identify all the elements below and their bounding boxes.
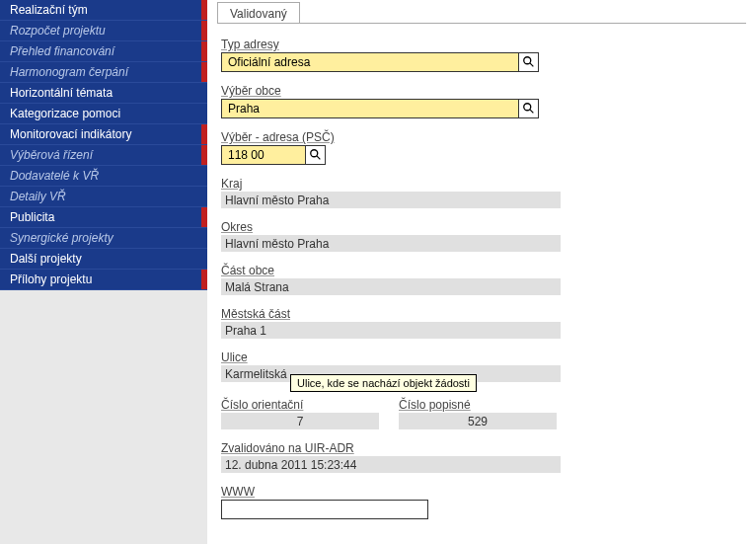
svg-line-1: [529, 63, 533, 67]
sidebar-item-8[interactable]: Dodavatelé k VŘ: [0, 166, 207, 187]
label-ulice: Ulice: [221, 350, 742, 364]
red-marker-icon: [201, 145, 207, 165]
value-mestska-cast: Praha 1: [221, 322, 561, 339]
field-vyber-obce: Výběr obce Praha: [221, 84, 742, 118]
lookup-vyber-psc[interactable]: [306, 145, 326, 165]
search-icon: [309, 148, 323, 162]
label-mestska-cast: Městská část: [221, 307, 742, 321]
sidebar-item-label: Synergické projekty: [10, 231, 113, 245]
main-panel: Validovaný Typ adresy Oficiální adresa V…: [207, 0, 756, 544]
label-vyber-psc: Výběr - adresa (PSČ): [221, 130, 742, 144]
label-cislo-orientacni: Číslo orientační: [221, 398, 379, 412]
svg-point-4: [310, 150, 317, 157]
value-cast-obce: Malá Strana: [221, 278, 561, 295]
form-area: Typ adresy Oficiální adresa Výběr obce P…: [217, 24, 746, 544]
red-marker-icon: [201, 62, 207, 82]
input-vyber-psc[interactable]: 118 00: [221, 145, 306, 165]
search-icon: [522, 102, 536, 116]
sidebar: Realizační týmRozpočet projektuPřehled f…: [0, 0, 207, 544]
label-cast-obce: Část obce: [221, 264, 742, 277]
value-zvalidovano: 12. dubna 2011 15:23:44: [221, 456, 561, 473]
sidebar-item-10[interactable]: Publicita: [0, 207, 207, 228]
red-marker-icon: [201, 0, 207, 20]
label-www: WWW: [221, 485, 742, 499]
tab-validovany[interactable]: Validovaný: [217, 2, 300, 23]
sidebar-item-6[interactable]: Monitorovací indikátory: [0, 124, 207, 145]
sidebar-item-label: Detaily VŘ: [10, 190, 66, 203]
sidebar-item-11[interactable]: Synergické projekty: [0, 228, 207, 249]
sidebar-item-label: Publicita: [10, 210, 54, 224]
search-icon: [522, 55, 536, 69]
value-cislo-orientacni: 7: [221, 413, 379, 429]
red-marker-icon: [201, 270, 207, 289]
field-cast-obce: Část obce Malá Strana: [221, 264, 742, 295]
sidebar-item-label: Rozpočet projektu: [10, 24, 106, 38]
field-mestska-cast: Městská část Praha 1: [221, 307, 742, 339]
field-okres: Okres Hlavní město Praha: [221, 220, 742, 252]
sidebar-item-label: Další projekty: [10, 252, 82, 266]
sidebar-item-label: Horizontální témata: [10, 86, 113, 100]
sidebar-item-2[interactable]: Přehled financování: [0, 41, 207, 62]
sidebar-item-13[interactable]: Přílohy projektu: [0, 270, 207, 290]
label-vyber-obce: Výběr obce: [221, 84, 742, 98]
label-zvalidovano: Zvalidováno na UIR-ADR: [221, 441, 742, 455]
field-www: WWW: [221, 485, 742, 519]
sidebar-item-label: Výběrová řízení: [10, 148, 93, 162]
label-cislo-popisne: Číslo popisné: [399, 398, 557, 412]
svg-point-2: [523, 104, 530, 111]
sidebar-item-label: Přehled financování: [10, 44, 114, 58]
sidebar-item-9[interactable]: Detaily VŘ: [0, 187, 207, 207]
field-kraj: Kraj Hlavní město Praha: [221, 177, 742, 208]
svg-line-5: [316, 156, 320, 160]
red-marker-icon: [201, 124, 207, 144]
field-typ-adresy: Typ adresy Oficiální adresa: [221, 38, 742, 72]
sidebar-item-3[interactable]: Harmonogram čerpání: [0, 62, 207, 83]
field-vyber-psc: Výběr - adresa (PSČ) 118 00: [221, 130, 742, 165]
sidebar-item-1[interactable]: Rozpočet projektu: [0, 21, 207, 41]
sidebar-item-label: Dodavatelé k VŘ: [10, 169, 99, 183]
sidebar-item-7[interactable]: Výběrová řízení: [0, 145, 207, 166]
lookup-vyber-obce[interactable]: [519, 99, 539, 118]
label-kraj: Kraj: [221, 177, 742, 191]
sidebar-item-label: Monitorovací indikátory: [10, 127, 131, 141]
value-kraj: Hlavní město Praha: [221, 192, 561, 208]
tooltip-ulice: Ulice, kde se nachází objekt žádosti: [290, 374, 477, 392]
value-okres: Hlavní město Praha: [221, 235, 561, 252]
input-typ-adresy[interactable]: Oficiální adresa: [221, 52, 519, 72]
label-typ-adresy: Typ adresy: [221, 38, 742, 51]
label-okres: Okres: [221, 220, 742, 234]
input-vyber-obce[interactable]: Praha: [221, 99, 519, 118]
sidebar-item-0[interactable]: Realizační tým: [0, 0, 207, 21]
sidebar-item-5[interactable]: Kategorizace pomoci: [0, 104, 207, 124]
tab-bar: Validovaný: [217, 0, 746, 24]
value-cislo-popisne: 529: [399, 413, 557, 429]
input-www[interactable]: [221, 500, 428, 519]
sidebar-item-label: Přílohy projektu: [10, 272, 92, 286]
field-zvalidovano: Zvalidováno na UIR-ADR 12. dubna 2011 15…: [221, 441, 742, 473]
lookup-typ-adresy[interactable]: [519, 52, 539, 72]
svg-line-3: [529, 110, 533, 114]
sidebar-item-12[interactable]: Další projekty: [0, 249, 207, 270]
sidebar-item-label: Kategorizace pomoci: [10, 107, 120, 120]
svg-point-0: [523, 57, 530, 64]
red-marker-icon: [201, 21, 207, 40]
red-marker-icon: [201, 207, 207, 227]
field-cisla: Číslo orientační 7 Číslo popisné 529: [221, 398, 742, 429]
sidebar-item-4[interactable]: Horizontální témata: [0, 83, 207, 104]
sidebar-item-label: Harmonogram čerpání: [10, 65, 128, 79]
red-marker-icon: [201, 41, 207, 61]
sidebar-item-label: Realizační tým: [10, 3, 88, 17]
